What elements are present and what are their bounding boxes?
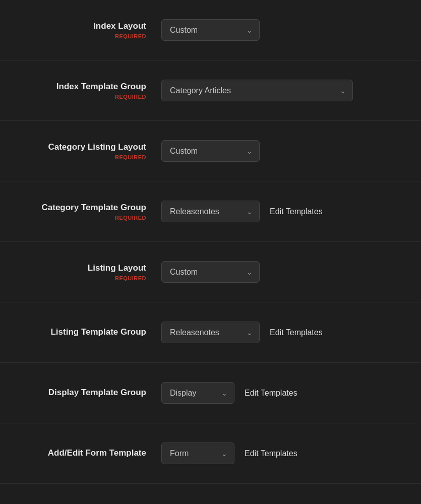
label-title-listing-template-group: Listing Template Group — [20, 327, 146, 338]
label-category-listing-layout: Category Listing LayoutREQUIRED — [20, 142, 161, 160]
controls-add-edit-form-template: FormDefaultCustom⌄Edit Templates — [161, 443, 401, 464]
controls-category-listing-layout: CustomBlogTable⌄ — [161, 140, 401, 162]
dropdown-wrapper-listing-layout: CustomBlogTable⌄ — [161, 261, 260, 283]
label-display-template-group: Display Template Group — [20, 387, 161, 398]
label-category-template-group: Category Template GroupREQUIRED — [20, 202, 161, 221]
label-required-category-listing-layout: REQUIRED — [20, 154, 146, 160]
setting-row-index-layout: Index LayoutREQUIREDCustomBlogTable⌄ — [0, 0, 421, 60]
label-required-category-template-group: REQUIRED — [20, 215, 146, 221]
edit-templates-button-add-edit-form-template[interactable]: Edit Templates — [245, 449, 297, 458]
setting-row-category-template-group: Category Template GroupREQUIREDReleaseno… — [0, 181, 421, 242]
dropdown-index-template-group[interactable]: Category ArticlesDefaultCustom — [161, 80, 353, 101]
dropdown-display-template-group[interactable]: DisplayDefaultCustom — [161, 382, 234, 404]
setting-row-display-template-group: Display Template GroupDisplayDefaultCust… — [0, 363, 421, 423]
controls-category-template-group: ReleasenotesDefaultCategory Articles⌄Edi… — [161, 201, 401, 222]
setting-row-listing-template-group: Listing Template GroupReleasenotesDefaul… — [0, 302, 421, 363]
dropdown-listing-layout[interactable]: CustomBlogTable — [161, 261, 260, 283]
dropdown-category-listing-layout[interactable]: CustomBlogTable — [161, 140, 260, 162]
controls-listing-template-group: ReleasenotesDefaultCategory Articles⌄Edi… — [161, 322, 401, 343]
dropdown-wrapper-category-template-group: ReleasenotesDefaultCategory Articles⌄ — [161, 201, 260, 222]
label-title-category-listing-layout: Category Listing Layout — [20, 142, 146, 153]
label-listing-template-group: Listing Template Group — [20, 327, 161, 338]
settings-container: Index LayoutREQUIREDCustomBlogTable⌄Inde… — [0, 0, 421, 484]
controls-index-layout: CustomBlogTable⌄ — [161, 19, 401, 41]
label-index-layout: Index LayoutREQUIRED — [20, 21, 161, 39]
label-required-index-layout: REQUIRED — [20, 33, 146, 39]
label-title-category-template-group: Category Template Group — [20, 202, 146, 213]
setting-row-category-listing-layout: Category Listing LayoutREQUIREDCustomBlo… — [0, 121, 421, 181]
label-required-listing-layout: REQUIRED — [20, 275, 146, 281]
label-listing-layout: Listing LayoutREQUIRED — [20, 263, 161, 281]
dropdown-category-template-group[interactable]: ReleasenotesDefaultCategory Articles — [161, 201, 260, 222]
controls-display-template-group: DisplayDefaultCustom⌄Edit Templates — [161, 382, 401, 404]
label-title-index-template-group: Index Template Group — [20, 81, 146, 92]
setting-row-add-edit-form-template: Add/Edit Form TemplateFormDefaultCustom⌄… — [0, 423, 421, 484]
dropdown-wrapper-category-listing-layout: CustomBlogTable⌄ — [161, 140, 260, 162]
label-title-add-edit-form-template: Add/Edit Form Template — [20, 448, 146, 459]
dropdown-wrapper-index-template-group: Category ArticlesDefaultCustom⌄ — [161, 80, 353, 101]
dropdown-wrapper-listing-template-group: ReleasenotesDefaultCategory Articles⌄ — [161, 322, 260, 343]
dropdown-add-edit-form-template[interactable]: FormDefaultCustom — [161, 443, 234, 464]
controls-index-template-group: Category ArticlesDefaultCustom⌄ — [161, 80, 401, 101]
edit-templates-button-listing-template-group[interactable]: Edit Templates — [270, 328, 323, 337]
label-title-listing-layout: Listing Layout — [20, 263, 146, 274]
controls-listing-layout: CustomBlogTable⌄ — [161, 261, 401, 283]
setting-row-listing-layout: Listing LayoutREQUIREDCustomBlogTable⌄ — [0, 242, 421, 302]
label-add-edit-form-template: Add/Edit Form Template — [20, 448, 161, 459]
edit-templates-button-display-template-group[interactable]: Edit Templates — [245, 389, 297, 398]
dropdown-wrapper-display-template-group: DisplayDefaultCustom⌄ — [161, 382, 234, 404]
label-title-display-template-group: Display Template Group — [20, 387, 146, 398]
label-required-index-template-group: REQUIRED — [20, 94, 146, 100]
label-title-index-layout: Index Layout — [20, 21, 146, 32]
dropdown-wrapper-index-layout: CustomBlogTable⌄ — [161, 19, 260, 41]
edit-templates-button-category-template-group[interactable]: Edit Templates — [270, 207, 323, 216]
dropdown-wrapper-add-edit-form-template: FormDefaultCustom⌄ — [161, 443, 234, 464]
label-index-template-group: Index Template GroupREQUIRED — [20, 81, 161, 100]
dropdown-index-layout[interactable]: CustomBlogTable — [161, 19, 260, 41]
dropdown-listing-template-group[interactable]: ReleasenotesDefaultCategory Articles — [161, 322, 260, 343]
setting-row-index-template-group: Index Template GroupREQUIREDCategory Art… — [0, 60, 421, 121]
